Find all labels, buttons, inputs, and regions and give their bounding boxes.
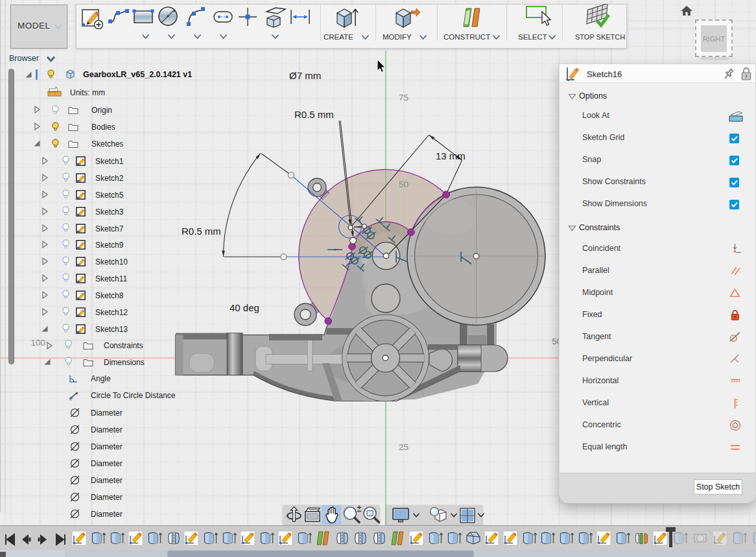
- svg-text:Ø7 mm: Ø7 mm: [289, 70, 321, 81]
- svg-text:25: 25: [399, 442, 408, 452]
- svg-text:75: 75: [399, 93, 408, 102]
- svg-text:R0.5 mm: R0.5 mm: [294, 109, 334, 120]
- svg-text:50: 50: [399, 180, 408, 189]
- svg-text:13 mm: 13 mm: [436, 150, 466, 161]
- svg-text:40 deg: 40 deg: [230, 302, 259, 313]
